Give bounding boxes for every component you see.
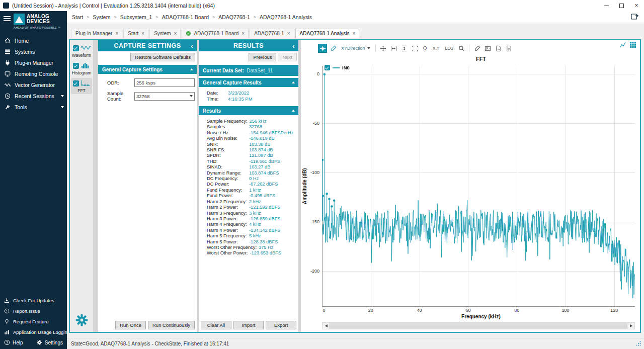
clear-all-button[interactable]: Clear All [201, 321, 231, 329]
x-tick-label: 120 [610, 308, 618, 313]
scroll-right-button[interactable] [627, 323, 634, 329]
sidebar-item-vector-generator[interactable]: Vector Generator [0, 79, 67, 91]
import-button[interactable]: Import [233, 321, 264, 329]
breadcrumb-item-adaq7768-1[interactable]: ADAQ7768-1 [218, 14, 250, 20]
tab-plug-in-manager[interactable]: Plug-in Manager× [71, 29, 122, 38]
scroll-left-button[interactable] [323, 323, 330, 329]
view-waveform[interactable]: Waveform [71, 43, 92, 59]
panel-export-icon[interactable] [631, 13, 639, 21]
sidebar-item-remoting-console[interactable]: Remoting Console [0, 68, 67, 79]
result-row: SFDR:121.097 dB [207, 153, 298, 158]
result-label: Harm 3 Power: [207, 216, 249, 222]
close-tab-icon[interactable]: × [242, 31, 245, 36]
sidebar-item-recent-sessions[interactable]: Recent Sessions [0, 91, 67, 102]
pan-button[interactable] [379, 44, 388, 53]
breadcrumb-item-start[interactable]: Start [72, 14, 83, 20]
breadcrumb-item-system[interactable]: System [93, 14, 110, 20]
collapse-panel-icon[interactable]: ‹ [191, 43, 193, 49]
result-value: -126.859 dBFS [249, 216, 281, 222]
minimize-button[interactable] [599, 0, 614, 11]
maximize-button[interactable] [614, 0, 629, 11]
annotate-tool-button[interactable] [329, 44, 338, 53]
breadcrumb-item-subsystem-1[interactable]: Subsystem_1 [120, 14, 152, 20]
fit-height-button[interactable] [400, 44, 409, 53]
sidebar-item-label: Vector Generator [15, 82, 55, 88]
previous-button[interactable]: Previous [249, 53, 276, 61]
result-row: Fund Frequency:1 kHz [207, 188, 298, 193]
restore-defaults-button[interactable]: Restore Software Defaults [130, 53, 195, 61]
resize-grip-icon[interactable] [636, 341, 641, 347]
run-once-button[interactable]: Run Once [115, 321, 146, 329]
view-fft[interactable]: FFT [71, 78, 92, 94]
tab-start[interactable]: Start× [123, 29, 148, 38]
tab-adaq7768-1-analysis[interactable]: ADAQ7768-1 Analysis× [295, 29, 360, 38]
view-histogram[interactable]: Histogram [71, 60, 92, 76]
sample-count-dropdown[interactable]: 32768 [134, 92, 195, 101]
sidebar-item-settings[interactable]: Settings [36, 339, 63, 345]
grid-view-icon[interactable] [630, 42, 636, 49]
tab-adaq7768-1[interactable]: ADAQ7768-1× [250, 29, 294, 38]
sidebar-item-request-feature[interactable]: Request Feature [0, 316, 67, 327]
legend-checkbox[interactable] [325, 65, 330, 70]
close-button[interactable]: × [629, 0, 644, 11]
close-tab-icon[interactable]: × [115, 31, 118, 36]
xy-values-button[interactable]: X,Y [431, 44, 442, 53]
close-tab-icon[interactable]: × [287, 31, 290, 36]
tab-adaq7768-1-board[interactable]: ADAQ7768-1 Board× [182, 29, 249, 38]
autoscale-button[interactable]: Ω [421, 44, 429, 53]
sidebar-item-check-for-updates[interactable]: Check For Updates [0, 295, 67, 306]
histogram-checkbox[interactable] [73, 63, 79, 69]
sidebar-item-systems[interactable]: Systems [0, 46, 67, 57]
general-capture-settings-section[interactable]: General Capture Settings [98, 65, 197, 74]
legend-toggle-button[interactable]: LEG [443, 44, 455, 53]
fft-checkbox[interactable] [73, 80, 79, 86]
menu-icon[interactable] [4, 16, 11, 23]
result-label: SNR: [207, 142, 249, 147]
fit-width-button[interactable] [389, 44, 398, 53]
sidebar-item-report-issue[interactable]: Report Issue [0, 306, 67, 316]
tab-label: ADAQ7768-1 [254, 31, 284, 36]
xy-direction-dropdown[interactable]: XYDirection [339, 45, 372, 52]
close-tab-icon[interactable]: × [141, 31, 144, 36]
export-data-button[interactable] [504, 44, 513, 53]
y-tick-label: -50 [313, 121, 319, 126]
sidebar-item-plug-in-manager[interactable]: Plug-in Manager [0, 57, 67, 68]
waveform-checkbox[interactable] [73, 45, 79, 51]
export-image-button[interactable] [494, 44, 503, 53]
sidebar-item-label: Recent Sessions [15, 93, 54, 99]
preview-chart-icon[interactable] [620, 42, 626, 49]
general-capture-results-section[interactable]: General Capture Results [199, 78, 298, 87]
result-row: Harm 3 Power:-126.859 dBFS [207, 216, 298, 222]
sidebar-item-home[interactable]: Home [0, 35, 67, 46]
sidebar-item-application-usage-logging[interactable]: Application Usage Logging [0, 327, 67, 337]
close-tab-icon[interactable]: × [352, 31, 355, 36]
chart-title: FFT [301, 56, 640, 63]
tab-label: Start [128, 31, 138, 36]
odr-input[interactable] [134, 78, 195, 87]
zoom-button[interactable] [457, 44, 466, 53]
analysis-settings-gear-icon[interactable] [75, 313, 89, 328]
collapse-panel-icon[interactable]: ‹ [292, 43, 295, 49]
next-button[interactable]: Next [278, 53, 297, 61]
close-tab-icon[interactable]: × [174, 31, 177, 36]
fit-all-button[interactable] [411, 44, 420, 53]
chart-h-scrollbar[interactable] [322, 322, 635, 329]
result-row: Harm 5 Frequency:5 kHz [207, 233, 298, 239]
breadcrumb-item-adaq7768-1-analysis[interactable]: ADAQ7768-1 Analysis [260, 14, 312, 20]
run-continuously-button[interactable]: Run Continuously [148, 321, 195, 329]
snapshot-button[interactable] [483, 44, 492, 53]
tab-system[interactable]: System× [149, 29, 181, 38]
fft-trace-canvas[interactable] [322, 66, 635, 307]
edit-button[interactable] [472, 44, 481, 53]
export-button[interactable]: Export [266, 321, 296, 329]
window-title: (Untitled Session) - Analysis | Control … [12, 3, 215, 9]
fft-plot-area[interactable]: IN0 [322, 66, 635, 307]
date-value: 3/23/2022 [228, 90, 249, 96]
result-row: DC Power:-87.262 dBFS [207, 182, 298, 187]
breadcrumb-item-adaq7768-1-board[interactable]: ADAQ7768-1 Board [162, 14, 209, 20]
sidebar-item-help[interactable]: Help [4, 339, 23, 345]
results-section[interactable]: Results [199, 106, 298, 115]
scrollbar-thumb[interactable] [330, 323, 627, 329]
select-tool-button[interactable] [318, 44, 327, 53]
sidebar-item-tools[interactable]: Tools [0, 102, 67, 113]
